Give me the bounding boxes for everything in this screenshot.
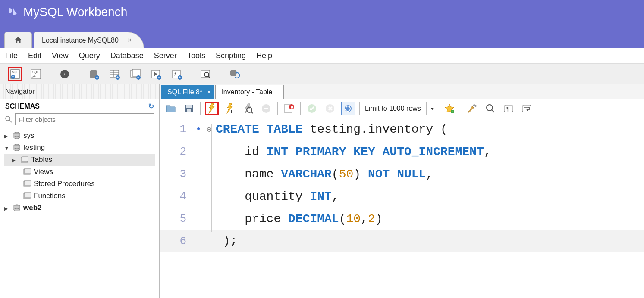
search-icon — [5, 116, 12, 123]
svg-point-35 — [230, 74, 236, 76]
main-toolbar: SQL+ SQL i + + + + f+ — [0, 64, 644, 84]
menu-bar: File Edit View Query Database Server Too… — [0, 48, 644, 64]
create-procedure-button[interactable]: + — [148, 67, 163, 81]
schema-testing[interactable]: testing — [4, 142, 155, 154]
title-bar: MySQL Workbench — [0, 0, 644, 24]
menu-database[interactable]: Database — [110, 51, 144, 60]
create-table-button[interactable]: + — [107, 67, 122, 81]
new-sql-tab-button[interactable]: SQL+ — [8, 67, 22, 81]
folder-procs-icon — [23, 180, 31, 188]
menu-file[interactable]: File — [5, 51, 18, 60]
menu-query[interactable]: Query — [79, 51, 100, 60]
svg-text:+: + — [179, 75, 181, 80]
save-button[interactable] — [182, 102, 196, 115]
menu-tools[interactable]: Tools — [187, 51, 205, 60]
database-icon — [13, 132, 21, 140]
folder-views-icon — [23, 168, 31, 176]
svg-point-73 — [487, 105, 493, 111]
home-icon — [13, 36, 23, 45]
code-line-5: price DECIMAL(10,2) — [216, 212, 383, 226]
fold-guide — [211, 124, 212, 232]
svg-rect-57 — [187, 109, 191, 112]
create-schema-button[interactable]: + — [86, 67, 101, 81]
database-icon — [13, 144, 21, 152]
find-button[interactable] — [484, 102, 497, 115]
reconnect-button[interactable] — [227, 67, 242, 81]
stop-on-error-button[interactable]: ✖ — [282, 102, 296, 115]
line-number: 4 — [160, 190, 194, 203]
code-line-3: name VARCHAR(50) NOT NULL, — [216, 168, 433, 181]
search-table-data-button[interactable] — [198, 67, 213, 81]
schema-sys[interactable]: sys — [4, 130, 155, 142]
workarea: Navigator SCHEMAS ↻ sys testing Tables V… — [0, 84, 644, 298]
schemas-label: SCHEMAS — [5, 102, 40, 110]
create-function-button[interactable]: f+ — [169, 67, 184, 81]
connection-tab-label: Local instance MySQL80 — [42, 37, 119, 44]
open-file-button[interactable] — [164, 102, 178, 115]
app-logo-icon — [8, 7, 18, 17]
close-icon[interactable]: × — [128, 36, 132, 43]
beautify-button[interactable] — [465, 102, 479, 115]
svg-line-74 — [492, 110, 494, 112]
schema-web2[interactable]: web2 — [4, 202, 155, 214]
filter-objects-input[interactable] — [15, 113, 154, 125]
tab-sql-file-8[interactable]: SQL File 8*× — [161, 85, 214, 99]
schema-search — [0, 112, 159, 129]
favorite-button[interactable]: + — [443, 102, 456, 115]
toolbar-divider — [220, 67, 220, 81]
autocommit-button[interactable] — [341, 102, 355, 115]
fold-icon[interactable]: ⊖ — [203, 124, 216, 135]
app-title: MySQL Workbench — [23, 5, 127, 19]
editor-tabs: SQL File 8*× inventory - Table — [160, 84, 644, 99]
toolbar-divider — [359, 102, 360, 115]
rollback-button[interactable]: ✖ — [323, 102, 337, 115]
refresh-icon[interactable]: ↻ — [148, 102, 154, 110]
inspector-button[interactable]: i — [57, 67, 72, 81]
menu-edit[interactable]: Edit — [28, 51, 41, 60]
tree-views[interactable]: Views — [4, 166, 155, 178]
svg-rect-51 — [25, 192, 31, 198]
schema-tree: sys testing Tables Views Stored Procedur… — [0, 129, 159, 214]
navigator-title: Navigator — [0, 84, 159, 99]
toolbar-divider — [277, 102, 278, 115]
toolbar-divider — [79, 67, 79, 81]
sql-editor[interactable]: 1 • ⊖ CREATE TABLE testing.inventory ( 2… — [160, 118, 644, 298]
invisible-chars-button[interactable]: ¶ — [502, 102, 515, 115]
tree-functions[interactable]: Functions — [4, 190, 155, 202]
limit-rows-dropdown[interactable]: ▾ — [431, 106, 434, 112]
home-tab[interactable] — [4, 32, 32, 48]
svg-text:+: + — [116, 75, 119, 80]
svg-text:SQL: SQL — [32, 71, 38, 74]
tree-tables[interactable]: Tables — [4, 154, 155, 166]
commit-button[interactable] — [305, 102, 319, 115]
editor-area: SQL File 8*× inventory - Table I ✖ ✖ Lim… — [160, 84, 644, 298]
menu-server[interactable]: Server — [154, 51, 177, 60]
svg-line-37 — [9, 120, 12, 122]
create-view-button[interactable]: + — [128, 67, 142, 81]
open-sql-script-button[interactable]: SQL — [28, 67, 43, 81]
execute-button[interactable] — [205, 102, 219, 115]
svg-rect-47 — [25, 168, 31, 174]
menu-scripting[interactable]: Scripting — [216, 51, 246, 60]
code-line-4: quantity INT, — [216, 190, 339, 203]
close-icon[interactable]: × — [207, 89, 211, 95]
svg-point-43 — [14, 148, 20, 151]
svg-text:+: + — [96, 75, 98, 80]
menu-view[interactable]: View — [52, 51, 69, 60]
connection-tabs-strip: Local instance MySQL80 × — [0, 24, 644, 48]
tab-inventory-table[interactable]: inventory - Table — [215, 85, 284, 99]
execute-current-button[interactable]: I — [223, 102, 237, 115]
connection-tab[interactable]: Local instance MySQL80 × — [34, 32, 144, 48]
line-number: 6 — [160, 235, 194, 248]
svg-text:I: I — [231, 109, 232, 114]
svg-line-60 — [251, 112, 253, 113]
tree-stored-procedures[interactable]: Stored Procedures — [4, 178, 155, 190]
explain-button[interactable] — [241, 102, 255, 115]
menu-help[interactable]: Help — [256, 51, 272, 60]
stop-button[interactable] — [259, 102, 273, 115]
svg-text:✖: ✖ — [328, 105, 333, 112]
line-number: 3 — [160, 168, 194, 180]
toolbar-divider — [300, 102, 301, 115]
navigator-panel: Navigator SCHEMAS ↻ sys testing Tables V… — [0, 84, 160, 298]
wrap-button[interactable] — [520, 102, 534, 115]
